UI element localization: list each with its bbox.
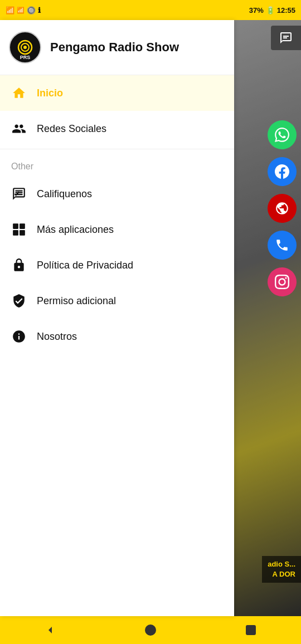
- web-button[interactable]: [268, 194, 297, 223]
- main-layout: PRS Pengamo Radio Show Inicio Redes Soci…: [0, 20, 301, 616]
- chat-icon: [279, 31, 293, 45]
- web-icon: [275, 201, 289, 216]
- back-button[interactable]: [36, 616, 64, 644]
- bottom-line-1: adio S...: [268, 559, 295, 569]
- drawer-header: PRS Pengamo Radio Show: [0, 20, 234, 75]
- divider-1: [0, 149, 234, 149]
- right-panel: adio S... A DOR: [234, 20, 301, 616]
- svg-rect-7: [13, 230, 18, 236]
- svg-point-12: [145, 625, 156, 635]
- wifi-icon: 🔘: [27, 6, 36, 14]
- svg-rect-10: [283, 37, 287, 38]
- bottom-panel-text: adio S... A DOR: [262, 556, 301, 583]
- people-icon: [11, 121, 27, 136]
- rate-review-icon: [11, 186, 27, 202]
- circle-icon: [144, 623, 157, 637]
- whatsapp-icon: [275, 128, 289, 142]
- nav-item-inicio[interactable]: Inicio: [0, 75, 234, 111]
- bottom-line-2: A DOR: [268, 569, 295, 579]
- nosotros-label: Nosotros: [37, 331, 77, 343]
- politica-label: Política de Privacidad: [37, 260, 133, 271]
- home-button[interactable]: [137, 616, 164, 644]
- nav-item-mas-aplicaciones[interactable]: Más aplicaciones: [0, 212, 234, 247]
- nav-item-nosotros[interactable]: Nosotros: [0, 319, 234, 354]
- social-icons: [268, 120, 297, 296]
- battery-text: 37%: [249, 6, 264, 14]
- svg-rect-13: [246, 626, 255, 635]
- chat-button[interactable]: [271, 26, 301, 50]
- info-icon: ℹ: [38, 6, 41, 14]
- nav-item-califiquenos[interactable]: Califiquenos: [0, 176, 234, 212]
- apps-icon: [11, 222, 27, 237]
- status-right: 37% 🔋 12:55: [249, 6, 295, 14]
- section-other-label: Other: [0, 152, 234, 176]
- califiquenos-label: Califiquenos: [37, 188, 92, 200]
- redes-label: Redes Sociales: [37, 123, 106, 135]
- status-left: 📶 📶 🔘 ℹ: [6, 6, 41, 14]
- phone-button[interactable]: [268, 231, 297, 260]
- drawer: PRS Pengamo Radio Show Inicio Redes Soci…: [0, 20, 234, 616]
- home-icon: [11, 85, 27, 101]
- svg-text:PRS: PRS: [20, 55, 31, 60]
- battery-icon: 🔋: [266, 6, 275, 14]
- app-title: Pengamo Radio Show: [50, 40, 179, 55]
- whatsapp-button[interactable]: [268, 120, 297, 149]
- svg-rect-5: [13, 223, 18, 229]
- app-logo: PRS: [9, 31, 41, 64]
- overlay: [234, 20, 301, 616]
- svg-rect-8: [20, 230, 25, 236]
- nav-item-redes-sociales[interactable]: Redes Sociales: [0, 111, 234, 147]
- facebook-button[interactable]: [268, 157, 297, 186]
- square-icon: [244, 623, 258, 637]
- shield-check-icon: [11, 293, 27, 309]
- signal-icon: 📶: [6, 6, 14, 14]
- svg-point-3: [23, 46, 27, 49]
- back-icon: [43, 623, 57, 637]
- logo-svg: PRS: [11, 33, 40, 62]
- bottom-nav-bar: [0, 616, 301, 644]
- nav-item-permiso[interactable]: Permiso adicional: [0, 283, 234, 319]
- svg-rect-6: [20, 223, 25, 229]
- svg-marker-11: [48, 627, 52, 633]
- inicio-label: Inicio: [37, 87, 63, 99]
- facebook-icon: [275, 164, 289, 179]
- phone-icon: [275, 238, 289, 252]
- lock-icon: [11, 257, 27, 273]
- instagram-button[interactable]: [268, 267, 297, 296]
- mas-apps-label: Más aplicaciones: [37, 224, 114, 236]
- info-icon: [11, 329, 27, 344]
- nav-item-politica[interactable]: Política de Privacidad: [0, 247, 234, 283]
- status-bar: 📶 📶 🔘 ℹ 37% 🔋 12:55: [0, 0, 301, 20]
- instagram-icon: [275, 275, 289, 289]
- time-text: 12:55: [277, 6, 295, 14]
- recents-button[interactable]: [237, 616, 265, 644]
- svg-rect-9: [283, 36, 289, 37]
- signal-icon-2: 📶: [17, 7, 25, 14]
- permiso-label: Permiso adicional: [37, 295, 116, 307]
